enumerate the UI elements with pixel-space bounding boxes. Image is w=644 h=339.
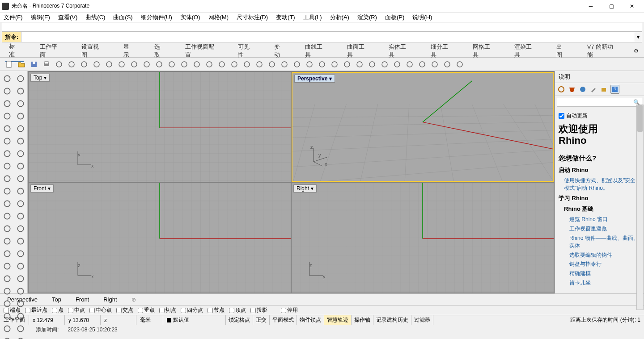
osnap-4[interactable]: 中心点	[89, 306, 112, 314]
record-icon[interactable]	[442, 59, 453, 70]
viewport-perspective[interactable]: z y x Perspective ▾	[292, 72, 554, 182]
close-button[interactable]: ✕	[622, 0, 642, 12]
help-start-link[interactable]: 使用快捷方式、配置以及"安全模式"启动 Rhino。	[564, 177, 640, 192]
vp-tab-front[interactable]: Front	[72, 294, 93, 305]
point-tool[interactable]	[1, 135, 13, 147]
menu-item-7[interactable]: 网格(M)	[208, 13, 229, 21]
viewport-right-label[interactable]: Right ▾	[293, 184, 317, 193]
subd-box-tool[interactable]	[1, 223, 13, 234]
menu-item-9[interactable]: 变动(T)	[276, 13, 295, 21]
help-scrollbar[interactable]	[636, 105, 644, 310]
select-tool[interactable]	[1, 73, 13, 84]
status-toggle-4[interactable]: 智慧轨迹	[324, 315, 352, 325]
material-icon[interactable]	[342, 59, 352, 70]
split-tool[interactable]	[1, 273, 13, 285]
toolbar-tab-2[interactable]: 设置视图	[78, 40, 107, 62]
menu-item-11[interactable]: 分析(A)	[330, 13, 349, 21]
toolbar-tab-5[interactable]: 工作视窗配置	[182, 40, 222, 62]
viewport-top[interactable]: y x Top ▾	[29, 72, 291, 182]
copy-icon[interactable]	[79, 59, 89, 70]
named-views-icon[interactable]	[229, 59, 240, 70]
osnap-disable[interactable]: 停用	[281, 306, 298, 314]
help-link-2[interactable]: Rhino 物件——曲线、曲面、实体	[569, 234, 640, 250]
toolbar-tab-9[interactable]: 曲面工具	[343, 40, 373, 62]
toolbar-tab-12[interactable]: 网格工具	[469, 40, 499, 62]
toolbar-tab-4[interactable]: 选取	[151, 40, 169, 62]
mesh-tool[interactable]	[14, 235, 27, 247]
help-search[interactable]: 🔍	[557, 98, 642, 107]
menu-item-3[interactable]: 曲线(C)	[85, 13, 105, 21]
shade-icon[interactable]	[304, 59, 315, 70]
help-link-3[interactable]: 选取要编辑的物件	[569, 251, 640, 259]
osnap-11[interactable]: 投影	[250, 306, 267, 314]
menu-item-6[interactable]: 实体(O)	[180, 13, 200, 21]
auto-update-checkbox[interactable]: 自动更新	[559, 112, 640, 120]
menu-item-0[interactable]: 文件(F)	[4, 13, 23, 21]
options-icon[interactable]	[417, 59, 428, 70]
vp-tab-add[interactable]: ⊕	[128, 297, 140, 303]
status-toggle-6[interactable]: 记录建构历史	[373, 315, 411, 325]
osnap-9[interactable]: 节点	[208, 306, 225, 314]
maximize-button[interactable]: ▢	[601, 0, 622, 12]
panel-tab-help[interactable]: ?	[610, 85, 619, 94]
osnap-0[interactable]: 端点	[4, 306, 21, 314]
status-cplane[interactable]: 工作平面	[0, 315, 29, 325]
viewport-top-label[interactable]: Top ▾	[30, 74, 50, 82]
minimize-button[interactable]: ─	[580, 0, 601, 12]
surface-corner-tool[interactable]	[1, 148, 13, 159]
menu-item-4[interactable]: 曲面(S)	[113, 13, 132, 21]
menu-item-13[interactable]: 面板(P)	[385, 13, 404, 21]
redo-view-icon[interactable]	[204, 59, 215, 70]
toolbar-tab-7[interactable]: 变动	[271, 40, 289, 62]
cylinder-tool[interactable]	[1, 198, 13, 209]
menu-item-8[interactable]: 尺寸标注(D)	[237, 13, 268, 21]
align-tool[interactable]	[1, 335, 13, 339]
sun-icon[interactable]	[404, 59, 415, 70]
text-tool[interactable]	[14, 135, 27, 147]
polyline-tool[interactable]	[1, 85, 13, 97]
vp-tab-top[interactable]: Top	[48, 294, 65, 305]
offset-tool[interactable]	[1, 248, 13, 259]
trim-tool[interactable]	[14, 260, 27, 272]
pipe-tool[interactable]	[14, 223, 27, 234]
osnap-2[interactable]: 点	[52, 306, 64, 314]
ground-icon[interactable]	[379, 59, 390, 70]
sphere-tool[interactable]	[14, 185, 27, 197]
status-toggle-7[interactable]: 过滤器	[411, 315, 433, 325]
toolbar-tab-14[interactable]: 出图	[553, 40, 571, 62]
osnap-6[interactable]: 垂点	[138, 306, 155, 314]
ellipse-tool[interactable]	[14, 98, 27, 109]
cplane-icon[interactable]	[254, 59, 265, 70]
arc-tool[interactable]	[1, 110, 13, 122]
zoom-sel-icon[interactable]	[179, 59, 190, 70]
sweep-tool[interactable]	[1, 173, 13, 184]
cone-tool[interactable]	[14, 198, 27, 209]
named-view2-icon[interactable]	[392, 59, 402, 70]
zoom-ext-icon[interactable]	[166, 59, 177, 70]
help-icon[interactable]	[454, 59, 465, 70]
status-toggle-0[interactable]: 锁定格点	[226, 315, 253, 325]
panel-tab-materials[interactable]	[568, 85, 576, 94]
osnap-10[interactable]: 顶点	[229, 306, 246, 314]
new-icon[interactable]	[4, 59, 14, 70]
named-pos-icon[interactable]	[242, 59, 252, 70]
redo-icon[interactable]	[116, 59, 127, 70]
revolve-tool[interactable]	[14, 173, 27, 184]
toolbar-tab-1[interactable]: 工作平面	[36, 40, 66, 62]
loft-tool[interactable]	[14, 160, 27, 172]
toolbar-tab-11[interactable]: 细分工具	[427, 40, 457, 62]
toolbar-tab-8[interactable]: 曲线工具	[301, 40, 331, 62]
rect-tool[interactable]	[14, 110, 27, 122]
save-icon[interactable]	[29, 59, 39, 70]
status-toggle-1[interactable]: 正交	[253, 315, 270, 325]
boolean-tool[interactable]	[1, 260, 13, 272]
menu-item-2[interactable]: 查看(V)	[58, 13, 77, 21]
help-link-4[interactable]: 键盘与指令行	[569, 260, 640, 268]
print-icon[interactable]	[41, 59, 52, 70]
command-history[interactable]	[2, 23, 642, 32]
help-link-1[interactable]: 工作视窗里巡览	[569, 225, 640, 233]
vp-tab-perspective[interactable]: Perspective	[4, 294, 41, 305]
toolbar-tab-3[interactable]: 显示	[120, 40, 138, 62]
toolbar-tab-15[interactable]: V7 的新功能	[584, 40, 621, 62]
toolbar-gear-icon[interactable]: ⚙	[634, 48, 639, 54]
